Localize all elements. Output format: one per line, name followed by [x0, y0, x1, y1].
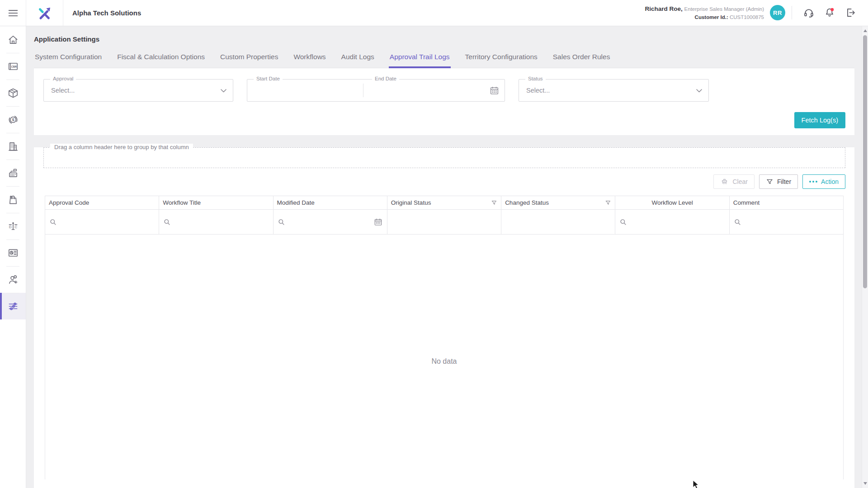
action-button[interactable]: Action	[802, 174, 845, 189]
logs-table: Approval Code Workflow Title Modified Da…	[45, 196, 844, 235]
filter-panel: Approval Select... Start Date End Date S…	[34, 68, 854, 135]
column-header-original-status[interactable]: Original Status	[387, 196, 501, 210]
sidebar-item-organization[interactable]	[0, 133, 26, 160]
no-data-message: No data	[45, 235, 843, 366]
chevron-down-icon	[696, 89, 702, 93]
table-header-row: Approval Code Workflow Title Modified Da…	[45, 196, 844, 210]
group-by-drop-zone[interactable]: Drag a column header here to group by th…	[43, 147, 845, 168]
filter-cell-original-status[interactable]	[387, 210, 501, 235]
brand-logo	[26, 0, 63, 26]
calendar-icon[interactable]	[490, 86, 499, 95]
filter-cell-workflow-title[interactable]	[159, 210, 273, 235]
top-header: Alpha Tech Solutions Richard Roe, Enterp…	[0, 0, 868, 26]
action-label: Action	[821, 178, 839, 185]
report-card-icon	[7, 247, 19, 259]
column-header-workflow-level[interactable]: Workflow Level	[615, 196, 729, 210]
clear-label: Clear	[732, 178, 747, 185]
scrollbar-thumb[interactable]	[863, 35, 867, 288]
tab-approval-trail-logs[interactable]: Approval Trail Logs	[389, 50, 451, 68]
column-header-changed-status[interactable]: Changed Status	[501, 196, 615, 210]
scrollbar-down-arrow-icon[interactable]	[863, 482, 867, 485]
main-content: Application Settings System Configuratio…	[26, 26, 862, 488]
tab-sales-order-rules[interactable]: Sales Order Rules	[552, 50, 611, 68]
sidebar-item-reports[interactable]	[0, 239, 26, 266]
vertical-scrollbar[interactable]	[862, 26, 868, 488]
sidebar-item-billing[interactable]	[0, 160, 26, 186]
settings-sliders-icon	[7, 300, 19, 312]
chevron-down-icon	[221, 89, 226, 93]
filter-button[interactable]: Filter	[759, 174, 798, 189]
hamburger-menu-button[interactable]	[0, 0, 26, 26]
filter-cell-comment[interactable]	[729, 210, 843, 235]
approval-value: Select...	[44, 80, 233, 101]
search-icon	[734, 219, 839, 225]
tab-territory-configurations[interactable]: Territory Configurations	[464, 50, 538, 68]
filter-cell-modified-date[interactable]	[273, 210, 387, 235]
filter-cell-approval-code[interactable]	[45, 210, 159, 235]
logs-panel: Drag a column header here to group by th…	[34, 147, 854, 488]
sidebar-item-settings[interactable]	[0, 293, 26, 319]
clear-button[interactable]: Clear	[713, 174, 754, 189]
fetch-logs-button[interactable]: Fetch Log(s)	[794, 112, 845, 128]
tab-custom-properties[interactable]: Custom Properties	[219, 50, 279, 68]
logout-icon[interactable]	[844, 7, 856, 19]
tab-system-configuration[interactable]: System Configuration	[34, 50, 103, 68]
header-filter-funnel-icon[interactable]	[491, 200, 497, 206]
notification-badge	[830, 8, 834, 11]
tab-fiscal-calculation-options[interactable]: Fiscal & Calculation Options	[116, 50, 206, 68]
grid-toolbar: Clear Filter Action	[34, 174, 845, 189]
sidebar-item-products[interactable]	[0, 80, 26, 106]
scrollbar-up-arrow-icon[interactable]	[863, 29, 867, 32]
column-header-workflow-title[interactable]: Workflow Title	[159, 196, 273, 210]
filter-cell-changed-status[interactable]	[501, 210, 615, 235]
search-icon	[164, 219, 268, 225]
header-filter-funnel-icon[interactable]	[605, 200, 611, 206]
tab-bar: System Configuration Fiscal & Calculatio…	[34, 50, 854, 68]
status-select[interactable]: Status Select...	[519, 79, 709, 102]
search-icon	[278, 219, 382, 225]
svg-text:D: D	[9, 225, 11, 229]
tab-workflows[interactable]: Workflows	[292, 50, 326, 68]
approval-label: Approval	[50, 76, 76, 81]
sidebar: CRM $ D C	[0, 26, 26, 488]
dollar-coin-icon: $	[7, 114, 19, 126]
table-empty-body: No data	[45, 235, 844, 479]
svg-text:C: C	[14, 225, 17, 229]
sidebar-item-ledger[interactable]: D C	[0, 213, 26, 239]
funnel-icon	[766, 178, 774, 186]
avatar[interactable]: RR	[770, 5, 785, 20]
column-header-modified-date[interactable]: Modified Date	[273, 196, 387, 210]
svg-text:CRM: CRM	[11, 65, 16, 68]
sidebar-item-home[interactable]	[0, 26, 26, 53]
sidebar-item-crm[interactable]: CRM	[0, 53, 26, 80]
sidebar-item-pricing[interactable]: $	[0, 106, 26, 133]
sidebar-item-purchases[interactable]	[0, 186, 26, 213]
search-icon	[620, 219, 724, 225]
header-divider	[792, 6, 792, 19]
tab-audit-logs[interactable]: Audit Logs	[340, 50, 375, 68]
filter-label: Filter	[777, 178, 791, 185]
search-icon	[50, 219, 154, 225]
balance-scale-icon: D C	[7, 221, 19, 232]
page-title: Application Settings	[34, 35, 854, 43]
sidebar-item-add-user[interactable]	[0, 266, 26, 293]
user-name: Richard Roe,	[645, 5, 683, 12]
column-header-approval-code[interactable]: Approval Code	[45, 196, 159, 210]
column-header-comment[interactable]: Comment	[729, 196, 843, 210]
customer-id-value: CUST1000875	[730, 14, 764, 20]
filter-cell-workflow-level[interactable]	[615, 210, 729, 235]
user-info: Richard Roe, Enterprise Sales Manager (A…	[645, 5, 764, 21]
start-date-label: Start Date	[254, 76, 283, 81]
date-range-field: Start Date End Date	[247, 79, 505, 102]
action-dots-icon	[809, 181, 817, 183]
status-label: Status	[525, 76, 546, 81]
support-headset-icon[interactable]	[803, 7, 815, 19]
calendar-icon[interactable]	[374, 218, 382, 226]
approval-select[interactable]: Approval Select...	[43, 79, 233, 102]
broom-icon	[720, 178, 729, 186]
crm-icon: CRM	[7, 61, 19, 72]
group-by-hint: Drag a column header here to group by th…	[50, 144, 193, 150]
package-icon	[7, 87, 19, 99]
notifications-bell-icon[interactable]	[824, 7, 835, 19]
user-role: Enterprise Sales Manager (Admin)	[684, 6, 764, 12]
